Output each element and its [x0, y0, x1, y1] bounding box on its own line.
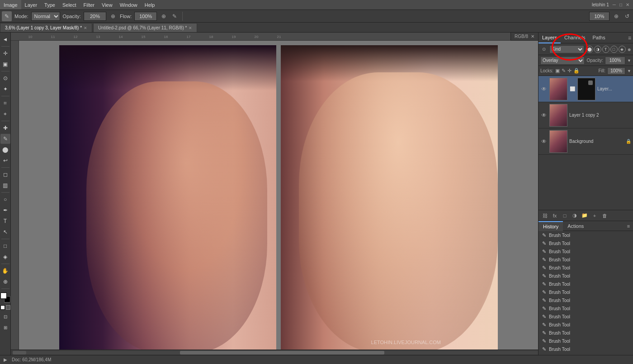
brush-tool-icon[interactable]: ✎ [2, 11, 12, 21]
menu-layer[interactable]: Layer [21, 0, 41, 9]
tab-paths[interactable]: Paths [589, 33, 609, 43]
history-item-12[interactable]: ✎ Brush Tool [539, 321, 633, 329]
marquee-tool[interactable]: ▣ [0, 59, 10, 69]
minimize-btn[interactable]: ─ [613, 2, 616, 7]
history-brush-tool[interactable]: ↩ [0, 156, 10, 165]
gradient-tool[interactable]: ▥ [0, 180, 10, 190]
filter-smart-icon[interactable]: ◈ [619, 46, 626, 53]
tab-layers[interactable]: Layers [539, 33, 561, 43]
opacity-input[interactable] [84, 12, 106, 21]
slice-tool[interactable]: ⌖ [0, 109, 10, 119]
foreground-color-swatch[interactable] [0, 293, 7, 299]
lock-transparent-icon[interactable]: ▣ [555, 68, 560, 74]
extra-tools-btn[interactable]: ⊞ [0, 322, 10, 332]
tab-history[interactable]: History [539, 221, 563, 231]
filter-type-icon[interactable]: T [602, 46, 609, 53]
status-play-btn[interactable]: ▶ [4, 357, 7, 362]
blend-mode-select[interactable]: Overlay Normal Multiply [540, 57, 585, 65]
zoom-input[interactable] [589, 12, 609, 21]
collapse-panel-btn[interactable]: ◀ [0, 34, 10, 44]
history-menu-btn[interactable]: ≡ [624, 221, 633, 231]
filter-active-toggle[interactable]: ● [628, 46, 631, 53]
history-item-14[interactable]: ✎ Brush Tool [539, 337, 633, 345]
history-item-8[interactable]: ✎ Brush Tool [539, 288, 633, 296]
tab2-close[interactable]: ✕ [189, 26, 192, 30]
menu-image[interactable]: Image [0, 0, 21, 9]
layer-group-btn[interactable]: 📁 [580, 212, 589, 220]
history-item-5[interactable]: ✎ Brush Tool [539, 264, 633, 272]
right-canvas[interactable] [281, 45, 498, 353]
restore-btn[interactable]: □ [619, 2, 622, 7]
canvas-images[interactable] [19, 41, 538, 355]
filter-kind-select[interactable]: Kind Name Effect [549, 45, 584, 53]
screen-mode-btn[interactable]: ⊡ [0, 312, 10, 321]
filter-shape-icon[interactable]: □ [610, 46, 618, 53]
opacity-input[interactable] [605, 57, 625, 65]
magic-wand-tool[interactable]: ✦ [0, 84, 10, 94]
zoom-icon[interactable]: ⊕ [612, 12, 620, 20]
layer-fx-btn[interactable]: fx [550, 212, 559, 220]
history-item-6[interactable]: ✎ Brush Tool [539, 272, 633, 280]
history-item-2[interactable]: ✎ Brush Tool [539, 239, 633, 247]
history-item-3[interactable]: ✎ Brush Tool [539, 247, 633, 255]
horizontal-scrollbar[interactable] [11, 350, 538, 355]
layer-item-1[interactable]: 👁 ⬜ Layer... [539, 76, 633, 102]
tab1-close[interactable]: ✕ [84, 26, 87, 30]
layer2-visibility[interactable]: 👁 [540, 112, 548, 119]
shape-tool[interactable]: □ [0, 241, 10, 251]
crop-tool[interactable]: ⌗ [0, 98, 10, 108]
history-item-1[interactable]: ✎ Brush Tool [539, 231, 633, 239]
lasso-tool[interactable]: ⊙ [0, 73, 10, 83]
type-tool[interactable]: T [0, 216, 10, 226]
layer-new-btn[interactable]: + [590, 212, 599, 220]
move-tool[interactable]: ✛ [0, 48, 10, 58]
fill-input[interactable] [607, 67, 625, 75]
layer-mask-btn[interactable]: □ [560, 212, 569, 220]
quick-mask-off[interactable] [0, 305, 5, 310]
layer-adjustment-btn[interactable]: ◑ [570, 212, 579, 220]
dodge-tool[interactable]: ○ [0, 194, 10, 204]
fill-arrow[interactable]: ▼ [627, 69, 631, 73]
airbrush-icon[interactable]: ✎ [170, 12, 179, 20]
opacity-icon[interactable]: ⊕ [109, 12, 117, 20]
layer-delete-btn[interactable]: 🗑 [600, 212, 609, 220]
lock-paint-icon[interactable]: ✎ [562, 68, 566, 74]
menu-view[interactable]: View [98, 0, 116, 9]
tab-document1[interactable]: 3,6% (Layer 1 copy 3, Layer Mask/8) * ✕ [0, 23, 92, 32]
zoom-tool[interactable]: ⊕ [0, 277, 10, 287]
left-canvas[interactable] [59, 45, 276, 353]
filter-pixel-icon[interactable]: ⬤ [586, 46, 593, 53]
tab-actions[interactable]: Actions [563, 221, 588, 231]
eyedropper-tool[interactable]: ✋ [0, 266, 10, 276]
filter-toggle[interactable]: ⊙ [540, 46, 548, 53]
history-item-9[interactable]: ✎ Brush Tool [539, 296, 633, 304]
tab-document2[interactable]: Untitled-2.psd @ 66,7% (Layer 11, RGB/8)… [93, 23, 197, 32]
opacity-arrow[interactable]: ▼ [627, 58, 631, 63]
history-item-16[interactable]: ✎ Brush Tool [539, 353, 633, 355]
filter-adjust-icon[interactable]: ◑ [594, 46, 601, 53]
brush-tool[interactable]: ✎ [0, 134, 10, 144]
history-item-15[interactable]: ✎ Brush Tool [539, 345, 633, 353]
eraser-tool[interactable]: ◻ [0, 170, 10, 180]
lock-all-icon[interactable]: 🔒 [573, 68, 580, 74]
flow-input[interactable] [134, 12, 157, 21]
quick-mask-on[interactable] [6, 305, 10, 310]
history-item-11[interactable]: ✎ Brush Tool [539, 312, 633, 321]
canvas-close[interactable]: ✕ [531, 34, 534, 39]
menu-type[interactable]: Type [41, 0, 59, 9]
stamp-tool[interactable]: ⬤ [0, 145, 10, 155]
tab-channels[interactable]: Channels [561, 33, 589, 43]
menu-window[interactable]: Window [116, 0, 141, 9]
menu-help[interactable]: Help [141, 0, 159, 9]
3d-tool[interactable]: ◈ [0, 252, 10, 262]
layer-link-btn[interactable]: ⛓ [540, 212, 549, 220]
layer1-visibility[interactable]: 👁 [540, 85, 548, 93]
healing-tool[interactable]: ✚ [0, 123, 10, 133]
history-item-10[interactable]: ✎ Brush Tool [539, 304, 633, 312]
history-item-13[interactable]: ✎ Brush Tool [539, 329, 633, 337]
history-item-4[interactable]: ✎ Brush Tool [539, 255, 633, 264]
path-select-tool[interactable]: ↖ [0, 227, 10, 237]
pen-tool[interactable]: ✒ [0, 205, 10, 215]
lock-move-icon[interactable]: ✛ [567, 68, 572, 74]
history-item-7[interactable]: ✎ Brush Tool [539, 280, 633, 288]
